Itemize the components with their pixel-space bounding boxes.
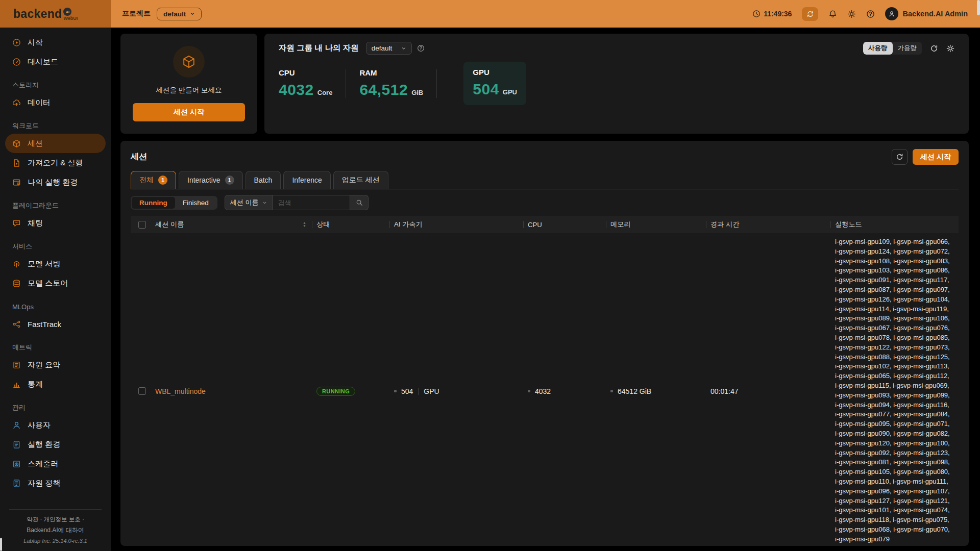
sidebar-item-model-serving[interactable]: 모델 서빙: [0, 254, 111, 273]
sidebar-item-chat[interactable]: 채팅: [0, 213, 111, 233]
chat-icon: [12, 219, 21, 228]
metric-cpu-unit: Core: [317, 89, 333, 96]
reload-icon[interactable]: [930, 44, 938, 53]
help-circle-icon[interactable]: [417, 44, 425, 52]
column-elapsed: 경과 시간: [710, 216, 835, 233]
user-name: Backend.AI Admin: [902, 10, 968, 18]
sidebar-scrollbar-thumb[interactable]: [0, 538, 2, 551]
column-session-name[interactable]: 세션 이름 ▲▼: [155, 216, 316, 233]
sessions-title: 세션: [131, 152, 147, 162]
search-input[interactable]: [273, 195, 350, 210]
create-session-message: 세션을 만들어 보세요: [156, 86, 222, 95]
column-agent-nodes: 실행노드: [835, 216, 959, 233]
search-icon: [356, 199, 363, 206]
row-checkbox[interactable]: [138, 387, 146, 395]
sidebar-item-environments[interactable]: 실행 환경: [0, 435, 111, 454]
sidebar-item-data[interactable]: 데이터: [0, 93, 111, 112]
metric-gpu-label: GPU: [473, 68, 517, 77]
sync-icon: [806, 10, 814, 18]
session-name-link[interactable]: WBL_multinode: [155, 387, 206, 395]
segment-running[interactable]: Running: [132, 197, 175, 209]
metric-cpu-label: CPU: [279, 68, 332, 77]
table-row: WBL_multinode RUNNING 504 GPU 4032: [131, 233, 959, 546]
project-select[interactable]: default: [157, 8, 202, 20]
search-field-value: 세션 이름: [230, 198, 259, 207]
clock-icon: [752, 10, 761, 18]
divider: [346, 69, 346, 98]
select-all-checkbox[interactable]: [138, 221, 146, 229]
bell-icon[interactable]: [828, 10, 837, 18]
gear-icon[interactable]: [946, 44, 954, 53]
sidebar-item-start[interactable]: 시작: [0, 33, 111, 52]
reload-icon: [896, 153, 903, 161]
sidebar-item-users[interactable]: 사용자: [0, 415, 111, 435]
cube-icon: [12, 139, 21, 148]
brand-logo[interactable]: backend AI WebUI: [0, 0, 111, 28]
tab-count-badge: 1: [225, 176, 234, 185]
sidebar-item-model-store[interactable]: 모델 스토어: [0, 273, 111, 293]
toggle-available[interactable]: 가용량: [893, 42, 922, 55]
sidebar-item-resource-summary[interactable]: 자원 요약: [0, 355, 111, 374]
metric-ram: RAM 64,512 GiB: [359, 68, 423, 98]
sidebar-item-my-environments[interactable]: 나의 실행 환경: [0, 172, 111, 192]
page-scrollbar-thumb[interactable]: [977, 0, 980, 15]
column-cpu: CPU: [528, 216, 610, 233]
sidebar-item-label: FastTrack: [28, 320, 61, 329]
tab-upload-session[interactable]: 업로드 세션: [333, 171, 388, 189]
tab-interactive[interactable]: Interactive 1: [179, 171, 243, 189]
divider: [436, 69, 437, 98]
tab-all[interactable]: 전체 1: [131, 171, 176, 189]
session-tabs: 전체 1 Interactive 1 Batch Inference 업로드 세…: [131, 171, 959, 189]
sidebar-item-dashboard[interactable]: 대시보드: [0, 52, 111, 71]
footer-terms-link[interactable]: 약관 · 개인정보 보호 ·: [9, 516, 102, 523]
tab-label: 전체: [139, 176, 154, 185]
theme-sun-icon[interactable]: [847, 10, 856, 18]
user-icon: [888, 10, 895, 17]
sidebar-item-sessions[interactable]: 세션: [5, 134, 106, 153]
sort-carets-icon[interactable]: ▲▼: [303, 221, 306, 228]
sidebar-item-label: 스케줄러: [28, 459, 58, 469]
sessions-refresh-button[interactable]: [892, 149, 908, 165]
sidebar-item-label: 시작: [28, 38, 43, 47]
tab-label: Inference: [292, 176, 322, 184]
sidebar-item-scheduler[interactable]: 스케줄러: [0, 454, 111, 473]
search-field-select[interactable]: 세션 이름: [225, 195, 273, 210]
sidebar-item-fasttrack[interactable]: FastTrack: [0, 314, 111, 334]
sync-button[interactable]: [802, 7, 818, 21]
tab-label: Batch: [254, 176, 273, 184]
segment-finished[interactable]: Finished: [175, 197, 216, 209]
avatar: [885, 7, 898, 20]
metric-gpu-value: 504: [473, 81, 499, 98]
sidebar-item-statistics[interactable]: 통계: [0, 374, 111, 394]
sidebar-item-label: 모델 서빙: [28, 259, 60, 269]
toggle-usage[interactable]: 사용량: [863, 42, 893, 55]
cloud-upload-icon: [12, 98, 21, 107]
tab-inference[interactable]: Inference: [283, 171, 330, 189]
search-button[interactable]: [350, 195, 369, 210]
user-menu[interactable]: Backend.AI Admin: [885, 7, 968, 20]
status-badge: RUNNING: [316, 387, 355, 396]
sidebar-item-label: 세션: [28, 139, 43, 148]
scheduler-icon: [12, 460, 21, 468]
resource-metrics: CPU 4032 Core RAM 64,512 GiB: [279, 62, 954, 105]
table-header: 세션 이름 ▲▼ 상태 AI 가속기 CPU 메모리 경과 시간 실행노드: [131, 216, 959, 233]
chevron-down-icon: [262, 201, 267, 205]
sidebar-item-resource-policy[interactable]: 자원 정책: [0, 473, 111, 493]
play-circle-icon: [12, 38, 21, 47]
sidebar-item-label: 대시보드: [28, 57, 58, 67]
session-start-button[interactable]: 세션 시작: [133, 103, 245, 121]
help-icon[interactable]: [866, 10, 875, 18]
brand-name: backend: [13, 7, 62, 21]
usage-toggle: 사용량 가용량: [863, 42, 922, 55]
chevron-down-icon: [190, 11, 195, 16]
sidebar-item-import-run[interactable]: 가져오기 & 실행: [0, 153, 111, 172]
sidebar-group-storage: 스토리지: [0, 80, 111, 91]
footer-about-link[interactable]: Backend.AI에 대하여: [9, 526, 102, 535]
header-bar: 프로젝트 default 11:49:36 Backend.AI Admin: [111, 0, 980, 28]
list-summary-icon: [12, 361, 21, 369]
project-select-value: default: [163, 10, 186, 18]
sessions-start-button[interactable]: 세션 시작: [913, 149, 959, 165]
resource-group-select[interactable]: default: [366, 42, 412, 55]
sidebar: 시작 대시보드 스토리지 데이터 워크로드 세션 가져오기 & 실행 나의 실행…: [0, 28, 111, 551]
tab-batch[interactable]: Batch: [246, 171, 281, 189]
